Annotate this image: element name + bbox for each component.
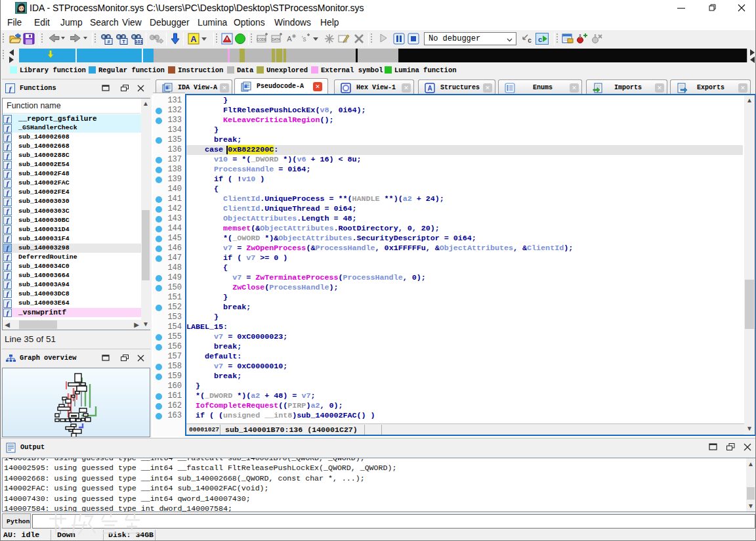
svg-text:A: A [287,35,292,43]
svg-text:c: c [528,37,532,44]
svg-text:DATA: DATA [272,37,280,41]
svg-text:c: c [538,35,542,43]
svg-text:A: A [190,34,197,44]
svg-text:T: T [122,39,125,45]
svg-text:’s: ’s [301,35,306,43]
svg-text:A: A [427,85,432,92]
svg-text:CODE: CODE [257,37,266,41]
svg-text:101: 101 [135,39,143,45]
